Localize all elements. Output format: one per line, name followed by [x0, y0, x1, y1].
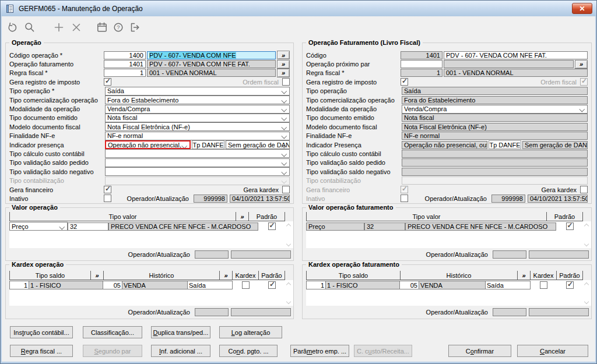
btn-duplica-trans-ped[interactable]: Duplica trans/ped...	[151, 326, 210, 338]
gera-registro-imposto-fat-checkbox[interactable]	[401, 78, 408, 86]
operacao-proximo-par-lookup-button[interactable]: »	[575, 60, 588, 69]
tipo-valor-desc: PRECO VENDA CFE NFE NFCE - M.CARDOSO	[108, 222, 258, 231]
kardex-atualizacao-value	[231, 308, 291, 316]
operacao-faturamento-lookup-button[interactable]: »	[277, 60, 290, 69]
kardex-tipo[interactable]: Saída	[188, 281, 233, 289]
historico-num[interactable]: 05	[103, 281, 122, 289]
inativo-fat-checkbox[interactable]	[401, 195, 408, 202]
gera-kardex-fat-label: Gera kardex	[541, 186, 577, 193]
indicador-presenca-fat-label: Indicador Presença	[306, 142, 401, 149]
scroll-down-icon	[584, 299, 589, 305]
historico-fat-lookup-button[interactable]: »	[518, 271, 531, 280]
group-valor-faturamento: Valor operação faturamento Tipo valor Pa…	[302, 207, 592, 261]
codigo-operacao-input[interactable]: 1400	[104, 51, 146, 59]
operacao-faturamento-input[interactable]: 1401	[104, 60, 146, 68]
delete-icon[interactable]	[69, 20, 83, 34]
validacao-saldo-pedido-label: Tipo validação saldo pedido	[9, 159, 104, 166]
col-tipo-saldo-fat: Tipo saldo	[306, 271, 401, 280]
col-kardex-fat: Kardex	[531, 271, 557, 280]
tipo-comercializacao-select[interactable]: Fora do Estabelecimento	[105, 96, 290, 104]
group-kardex-operacao: Kardex operação Tipo saldo » Histórico »…	[5, 264, 294, 319]
btn-log-alteracao[interactable]: Log alteração	[219, 326, 282, 338]
valor-fat-operador-value	[493, 250, 526, 259]
scroll-up-icon	[584, 281, 589, 287]
ordem-fiscal-checkbox[interactable]	[282, 78, 290, 86]
tipo-saldo-fat-num[interactable]: 1	[306, 281, 326, 289]
kardex-fat-atualizacao-value	[529, 308, 589, 316]
search-icon[interactable]	[23, 20, 37, 34]
modalidade-fat-select[interactable]: Venda/Compra	[402, 105, 588, 114]
row-validacao-saldo-pedido-fat: Tipo validação saldo pedido	[306, 158, 588, 167]
codigo-operacao-lookup-button[interactable]: »	[277, 51, 290, 59]
btn-instrucao-contabil[interactable]: Instrução contábil...	[10, 326, 73, 338]
row-tipo-operacao: Tipo operação * Saída	[9, 87, 290, 96]
row-codigo: Código 1401 PDV - 607- VENDA COM NFE FAT…	[306, 51, 588, 59]
add-icon[interactable]	[52, 20, 66, 34]
gera-kardex-fat-checkbox[interactable]	[580, 186, 588, 193]
btn-cond-pgto[interactable]: Cond. pgto. ...	[219, 345, 278, 357]
close-button[interactable]: ✕	[572, 3, 592, 14]
row-inativo: Inativo Operador/Atualização 999998 04/1…	[9, 194, 290, 203]
kardex-fat-operador-value	[493, 308, 526, 316]
kardex-fat-checkbox[interactable]	[540, 281, 547, 289]
exit-icon[interactable]	[128, 20, 142, 34]
validacao-saldo-negativo-select[interactable]	[105, 167, 290, 176]
btn-parametro-emp[interactable]: Parâmetro emp. ...	[290, 345, 349, 357]
indicador-presenca-select[interactable]: Operação não presencial,	[105, 140, 191, 149]
btn-classificacao[interactable]: Classificação...	[83, 326, 142, 338]
gera-kardex-checkbox[interactable]	[282, 186, 290, 193]
kardex-operador-value	[195, 308, 229, 316]
gera-financeiro-checkbox[interactable]	[104, 186, 111, 193]
inativo-checkbox[interactable]	[104, 195, 111, 202]
kardex-operacao-row[interactable]: 1 1 - FISICO 05 VENDA Saída	[9, 280, 293, 290]
undo-icon[interactable]	[5, 20, 19, 34]
operacao-proximo-par-input[interactable]	[401, 60, 443, 68]
historico-fat-num[interactable]: 05	[400, 281, 419, 289]
codigo-operacao-desc[interactable]: PDV - 607- VENDA COM NFE	[147, 51, 276, 59]
tipo-documento-fat-label: Tipo documento emitido	[306, 114, 401, 121]
btn-confirmar[interactable]: Confirmar	[448, 345, 511, 357]
kardex-fat-padrao-checkbox[interactable]	[566, 281, 574, 289]
tipo-valor-select[interactable]: Preço	[9, 222, 68, 231]
col-tipo-valor: Tipo valor	[9, 212, 236, 221]
kardex-faturamento-operador-row: Operador/Atualização	[303, 308, 589, 316]
regra-fiscal-input[interactable]: 1	[104, 69, 146, 77]
historico-lookup-button[interactable]: »	[220, 271, 233, 280]
codigo-desc[interactable]: PDV - 607- VENDA COM NFE FAT.	[444, 51, 588, 59]
tipo-documento-select[interactable]: Nota fiscal	[105, 114, 290, 122]
padrao-checkbox[interactable]	[268, 222, 276, 230]
tipo-comercializacao-fat-label: Tipo comercialização operação	[306, 97, 401, 104]
kardex-padrao-checkbox[interactable]	[268, 281, 276, 289]
tipo-saldo-lookup-button[interactable]: »	[91, 271, 104, 280]
tipo-operacao-select[interactable]: Saída	[105, 87, 290, 96]
valor-operacao-row[interactable]: Preço 32 PRECO VENDA CFE NFE NFCE - M.CA…	[9, 221, 293, 231]
tipo-saldo-num[interactable]: 1	[9, 281, 29, 289]
tipo-valor-num[interactable]: 32	[68, 222, 108, 231]
modalidade-select[interactable]: Venda/Compra	[105, 105, 290, 114]
scroll-up-icon	[286, 281, 291, 287]
kardex-fat-tipo[interactable]: Saída	[486, 281, 531, 289]
calendar-icon[interactable]	[95, 20, 109, 34]
finalidade-nfe-select[interactable]: NF-e normal	[105, 132, 290, 140]
validacao-saldo-pedido-select[interactable]	[105, 158, 290, 167]
padrao-fat-checkbox[interactable]	[566, 222, 574, 230]
col-padrao-fat: Padrão	[547, 212, 583, 221]
kardex-checkbox[interactable]	[242, 281, 250, 289]
row-inativo-fat: Inativo Operador/Atualização 999998 04/1…	[306, 194, 588, 203]
tp-danfe-select[interactable]: Sem geração de DAN	[226, 140, 290, 149]
kardex-faturamento-list: 1 1 - FISICO 05 VENDA Saída	[306, 280, 591, 306]
gera-registro-imposto-checkbox[interactable]	[104, 78, 111, 86]
help-icon[interactable]: ?	[111, 20, 125, 34]
btn-regra-fiscal[interactable]: Regra fiscal ...	[10, 345, 73, 357]
tipo-calculo-custo-fat-label: Tipo cálculo custo contábil	[306, 150, 401, 157]
tipo-documento-label: Tipo documento emitido	[9, 114, 104, 121]
btn-cancelar[interactable]: Cancelar	[517, 345, 588, 357]
group-kardex-faturamento-title: Kardex operação faturamento	[306, 261, 402, 268]
finalidade-nfe-label: Finalidade NF-e	[9, 132, 104, 139]
btn-inf-adicional[interactable]: Inf. adicional ...	[151, 345, 210, 357]
kardex-faturamento-row[interactable]: 1 1 - FISICO 05 VENDA Saída	[306, 280, 591, 290]
tipo-calculo-custo-select[interactable]	[105, 149, 290, 158]
regra-fiscal-lookup-button[interactable]: »	[277, 69, 290, 77]
tipo-valor-lookup-button[interactable]: »	[236, 212, 249, 221]
modelo-fiscal-select[interactable]: Nota Fiscal Eletrônica (NF-e)	[105, 122, 290, 131]
